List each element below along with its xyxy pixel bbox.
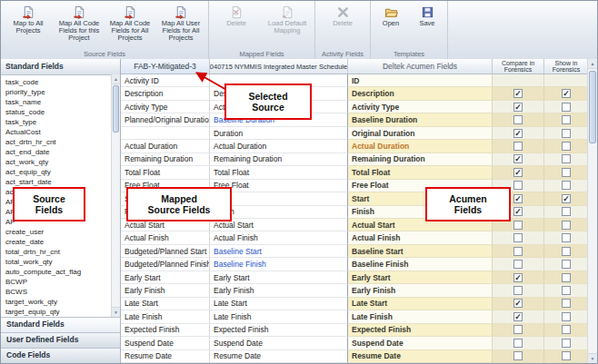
- mapped-source-field-cell[interactable]: Early Start: [210, 271, 348, 284]
- source-field-item[interactable]: target_equip_qty: [1, 307, 120, 317]
- selected-source-field-cell[interactable]: Budgeted/Planned Finish: [121, 258, 210, 271]
- show-in-forensics-checkbox[interactable]: [562, 339, 571, 348]
- show-in-forensics-checkbox[interactable]: [562, 233, 571, 242]
- source-field-item[interactable]: create_user: [1, 227, 120, 237]
- compare-in-forensics-checkbox[interactable]: ✓: [513, 168, 523, 177]
- map-all-code-fields-for-this-project-button[interactable]: Map All Code Fields for this Project: [54, 2, 105, 42]
- source-field-item[interactable]: target_work_qty: [1, 297, 120, 307]
- compare-in-forensics-checkbox[interactable]: [513, 142, 523, 151]
- compare-in-forensics-checkbox[interactable]: [513, 286, 523, 295]
- show-in-forensics-checkbox[interactable]: [562, 312, 571, 321]
- sidebar-tab-code-fields[interactable]: Code Fields: [1, 348, 120, 363]
- vertical-scroll-thumb[interactable]: [589, 71, 596, 143]
- compare-in-forensics-checkbox[interactable]: [513, 339, 523, 348]
- source-field-item[interactable]: priority_type: [1, 87, 120, 97]
- compare-in-forensics-checkbox[interactable]: [513, 260, 523, 269]
- show-in-forensics-checkbox[interactable]: ✓: [562, 194, 571, 203]
- mapped-source-field-cell[interactable]: Expected Finish: [210, 324, 348, 337]
- show-in-forensics-checkbox[interactable]: [562, 351, 571, 360]
- source-field-item[interactable]: BCWS: [1, 287, 120, 297]
- compare-in-forensics-checkbox[interactable]: [513, 325, 523, 334]
- selected-source-field-cell[interactable]: [121, 127, 210, 140]
- selected-source-field-cell[interactable]: Resume Date: [121, 350, 210, 363]
- source-field-item[interactable]: act_equip_qty: [1, 167, 120, 177]
- map-all-code-fields-for-all-projects-button[interactable]: Map All Code Fields for All Projects: [105, 2, 155, 42]
- selected-source-field-cell[interactable]: Expected Finish: [121, 324, 210, 337]
- compare-in-forensics-checkbox[interactable]: ✓: [513, 299, 523, 308]
- map-to-all-projects-button[interactable]: Map to All Projects: [3, 2, 54, 34]
- show-in-forensics-checkbox[interactable]: [562, 286, 571, 295]
- source-field-item[interactable]: ActualCost: [1, 127, 120, 137]
- source-field-item[interactable]: auto_compute_act_flag: [1, 267, 120, 277]
- selected-source-field-cell[interactable]: Activity Type: [121, 101, 210, 113]
- compare-in-forensics-checkbox[interactable]: ✓: [513, 103, 523, 112]
- scroll-up-icon[interactable]: ▲: [588, 59, 597, 69]
- source-field-item[interactable]: task_type: [1, 117, 120, 127]
- mapped-source-field-cell[interactable]: Remaining Duration: [210, 153, 348, 166]
- show-in-forensics-checkbox[interactable]: [562, 181, 571, 190]
- selected-source-field-cell[interactable]: Actual Duration: [121, 140, 210, 152]
- show-in-forensics-checkbox[interactable]: [562, 273, 571, 282]
- compare-in-forensics-checkbox[interactable]: [513, 351, 523, 360]
- compare-in-forensics-checkbox[interactable]: ✓: [513, 154, 523, 163]
- show-in-forensics-checkbox[interactable]: ✓: [562, 89, 571, 98]
- selected-source-field-cell[interactable]: Remaining Duration: [121, 153, 210, 166]
- compare-in-forensics-checkbox[interactable]: ✓: [513, 207, 523, 216]
- compare-in-forensics-checkbox[interactable]: ✓: [513, 194, 523, 203]
- field-list-scrollbar[interactable]: ▲ ▼: [111, 74, 120, 317]
- compare-in-forensics-checkbox[interactable]: ✓: [513, 273, 523, 282]
- mapped-source-field-cell[interactable]: Duration: [210, 127, 348, 140]
- compare-in-forensics-checkbox[interactable]: [513, 247, 523, 256]
- source-field-item[interactable]: total_drtn_hr_cnt: [1, 247, 120, 257]
- source-field-item[interactable]: act_start_date: [1, 177, 120, 187]
- scroll-down-icon[interactable]: ▼: [112, 307, 120, 317]
- field-list-scroll-thumb[interactable]: [113, 85, 119, 133]
- source-field-item[interactable]: BCWP: [1, 277, 120, 287]
- source-field-item[interactable]: total_work_qty: [1, 257, 120, 267]
- show-in-forensics-checkbox[interactable]: [562, 168, 571, 177]
- source-field-item[interactable]: task_name: [1, 97, 120, 107]
- show-in-forensics-checkbox[interactable]: [562, 115, 571, 124]
- compare-in-forensics-checkbox[interactable]: ✓: [513, 312, 523, 321]
- mapped-source-field-cell[interactable]: Early Finish: [210, 284, 348, 297]
- selected-source-field-cell[interactable]: Early Finish: [121, 284, 210, 297]
- compare-in-forensics-checkbox[interactable]: [513, 115, 523, 124]
- mapped-source-field-cell[interactable]: Baseline Start: [210, 245, 348, 258]
- compare-in-forensics-checkbox[interactable]: ✓: [513, 89, 523, 98]
- compare-in-forensics-checkbox[interactable]: ✓: [513, 129, 523, 138]
- source-field-item[interactable]: act_drtn_hr_cnt: [1, 137, 120, 147]
- source-field-item[interactable]: act_end_date: [1, 147, 120, 157]
- vertical-scrollbar[interactable]: ▲ ▼: [587, 59, 597, 363]
- show-in-forensics-checkbox[interactable]: [562, 299, 571, 308]
- source-field-item[interactable]: status_code: [1, 107, 120, 117]
- show-in-forensics-checkbox[interactable]: [562, 103, 571, 112]
- selected-source-field-cell[interactable]: Actual Finish: [121, 231, 210, 244]
- show-in-forensics-checkbox[interactable]: [562, 207, 571, 216]
- sidebar-tab-user-defined-fields[interactable]: User Defined Fields: [1, 332, 120, 348]
- show-in-forensics-checkbox[interactable]: [562, 129, 571, 138]
- mapped-source-field-cell[interactable]: Late Finish: [210, 310, 348, 323]
- save-button[interactable]: Save: [409, 2, 445, 27]
- show-in-forensics-checkbox[interactable]: [562, 142, 571, 151]
- map-all-user-fields-for-all-projects-button[interactable]: Map All User Fields for All Projects: [155, 2, 206, 42]
- mapped-source-field-cell[interactable]: Actual Finish: [210, 231, 348, 244]
- mapped-source-field-cell[interactable]: Baseline Finish: [210, 258, 348, 271]
- scroll-down-icon[interactable]: ▼: [588, 353, 597, 363]
- compare-in-forensics-checkbox[interactable]: [513, 181, 523, 190]
- open-button[interactable]: Open: [373, 2, 409, 27]
- show-in-forensics-checkbox[interactable]: [562, 325, 571, 334]
- scroll-up-icon[interactable]: ▲: [112, 74, 120, 84]
- compare-in-forensics-checkbox[interactable]: [513, 221, 523, 230]
- sidebar-tab-standard-fields[interactable]: Standard Fields: [1, 317, 120, 332]
- mapped-source-field-cell[interactable]: Total Float: [210, 166, 348, 179]
- selected-source-field-cell[interactable]: Suspend Date: [121, 337, 210, 349]
- source-field-item[interactable]: act_work_qty: [1, 157, 120, 167]
- compare-in-forensics-checkbox[interactable]: [513, 233, 523, 242]
- selected-source-field-cell[interactable]: Total Float: [121, 166, 210, 179]
- source-field-item[interactable]: create_date: [1, 237, 120, 247]
- mapped-source-field-cell[interactable]: Resume Date: [210, 350, 348, 363]
- show-in-forensics-checkbox[interactable]: [562, 221, 571, 230]
- source-field-item[interactable]: task_code: [1, 77, 120, 87]
- selected-source-field-cell[interactable]: Planned/Original Duration: [121, 113, 210, 126]
- selected-source-field-cell[interactable]: Late Start: [121, 298, 210, 310]
